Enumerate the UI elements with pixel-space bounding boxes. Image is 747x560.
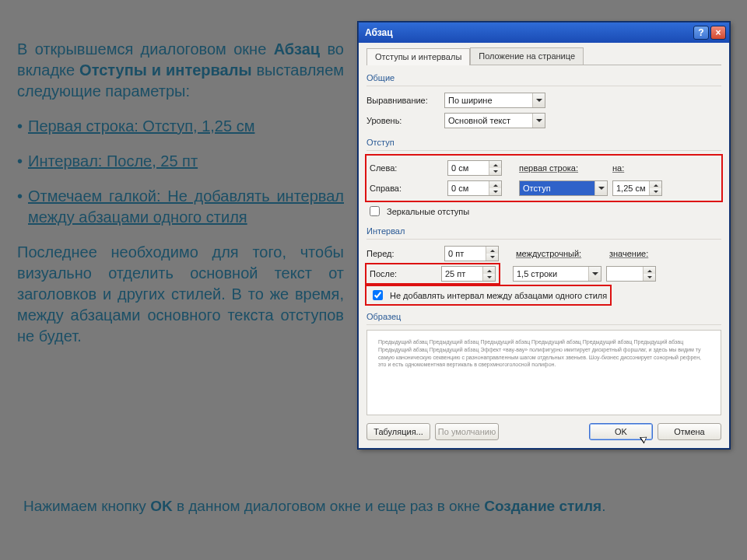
section-sample: Образец Предыдущий абзац Предыдущий абза…: [366, 310, 721, 415]
alignment-combo[interactable]: По ширине: [444, 93, 545, 108]
section-title-interval: Интервал: [366, 225, 721, 240]
label-after: После:: [370, 269, 441, 278]
level-combo[interactable]: Основной текст: [444, 113, 545, 128]
indent-left-spin[interactable]: 0 см: [447, 160, 502, 176]
window-title: Абзац: [365, 27, 393, 38]
intro-paragraph: В открывшемся диалоговом окне Абзац во в…: [17, 39, 344, 102]
chevron-down-icon: [532, 93, 545, 107]
section-title-indent: Отступ: [366, 136, 721, 151]
chevron-down-icon: [588, 267, 601, 281]
chevron-down-icon: [532, 114, 545, 128]
line-spacing-combo[interactable]: 1,5 строки: [513, 266, 601, 282]
label-left: Слева:: [370, 163, 447, 173]
section-indent: Отступ Слева: 0 см первая строка: на: Сп…: [366, 136, 721, 219]
label-right: Справа:: [370, 184, 447, 193]
label-first-line: первая строка:: [519, 163, 612, 173]
section-interval: Интервал Перед: 0 пт междустрочный: знач…: [366, 225, 721, 304]
no-add-space-checkbox[interactable]: Не добавлять интервал между абзацами одн…: [366, 286, 610, 304]
button-row: Табуляция... По умолчанию OK Отмена: [366, 423, 721, 440]
label-before: Перед:: [366, 249, 444, 258]
space-after-spin[interactable]: 25 пт: [441, 266, 496, 282]
no-add-space-input[interactable]: [373, 290, 383, 300]
section-title-general: Общие: [366, 72, 721, 86]
section-title-sample: Образец: [366, 310, 721, 325]
titlebar[interactable]: Абзац ? ×: [359, 23, 729, 43]
tab-indents[interactable]: Отступы и интервалы: [366, 48, 470, 65]
first-line-combo[interactable]: Отступ: [519, 180, 608, 196]
tab-strip: Отступы и интервалы Положение на страниц…: [366, 47, 721, 65]
tabs-button[interactable]: Табуляция...: [366, 423, 430, 440]
space-before-spin[interactable]: 0 пт: [444, 246, 499, 261]
default-button[interactable]: По умолчанию: [435, 423, 499, 440]
label-level: Уровень:: [366, 116, 444, 125]
label-alignment: Выравнивание:: [366, 96, 444, 105]
section-general: Общие Выравнивание: По ширине Уровень: О…: [366, 72, 721, 130]
preview-box: Предыдущий абзац Предыдущий абзац Предыд…: [366, 330, 721, 415]
bullet-first-line: Первая строка: Отступ, 1,25 см: [17, 116, 344, 137]
label-by: на:: [612, 163, 644, 173]
chevron-down-icon: [594, 181, 607, 195]
mirror-indent-checkbox[interactable]: Зеркальные отступы: [366, 204, 721, 219]
help-button[interactable]: ?: [693, 26, 709, 40]
mirror-indent-label: Зеркальные отступы: [387, 207, 469, 216]
paragraph-dialog: Абзац ? × Отступы и интервалы Положение …: [358, 22, 730, 449]
tab-position[interactable]: Положение на странице: [470, 47, 584, 65]
follow-paragraph: Последнее необходимо для того, чтобы виз…: [17, 242, 344, 347]
line-spacing-value-spin[interactable]: [606, 266, 656, 282]
label-spacingval: значение:: [609, 249, 656, 258]
instruction-text: В открывшемся диалоговом окне Абзац во в…: [17, 39, 344, 361]
close-button[interactable]: ×: [710, 26, 726, 40]
label-linespacing: междустрочный:: [516, 249, 609, 258]
bullet-checkbox: Отмечаем галкой: Не добавлять интервал м…: [17, 186, 344, 228]
bullet-interval: Интервал: После, 25 пт: [17, 151, 344, 172]
footer-note: Нажимаем кнопку OK в данном диалоговом о…: [23, 498, 724, 515]
no-add-space-label: Не добавлять интервал между абзацами одн…: [390, 291, 607, 300]
cursor-icon: [640, 434, 649, 444]
cancel-button[interactable]: Отмена: [658, 423, 721, 440]
first-line-by-spin[interactable]: 1,25 см: [612, 180, 662, 196]
indent-right-spin[interactable]: 0 см: [447, 180, 502, 196]
ok-button[interactable]: OK: [589, 423, 653, 440]
mirror-indent-input[interactable]: [370, 206, 380, 216]
